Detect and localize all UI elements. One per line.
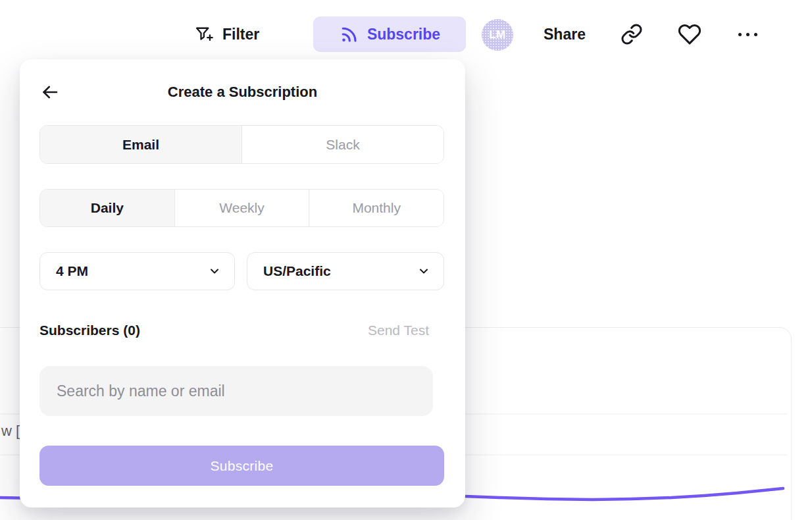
share-label: Share — [544, 26, 586, 43]
filter-label: Filter — [222, 26, 259, 43]
time-select-value: 4 PM — [56, 263, 88, 279]
tab-daily[interactable]: Daily — [40, 190, 174, 226]
subscribe-submit-button[interactable]: Subscribe — [39, 446, 444, 486]
toolbar: Filter Subscribe LM Share — [0, 0, 812, 68]
more-options-button[interactable] — [733, 17, 762, 51]
partial-row-text: w [ — [1, 423, 20, 440]
rss-icon — [339, 24, 359, 44]
avatar-initials: LM — [489, 28, 506, 41]
ellipsis-icon — [738, 33, 757, 36]
create-subscription-modal: Create a Subscription Email Slack Daily … — [20, 59, 465, 507]
subscribe-label: Subscribe — [367, 26, 440, 43]
channel-tabs: Email Slack — [39, 125, 444, 164]
frequency-tabs: Daily Weekly Monthly — [39, 189, 444, 227]
tab-weekly[interactable]: Weekly — [174, 190, 309, 226]
time-select[interactable]: 4 PM — [39, 252, 235, 290]
favorite-button[interactable] — [675, 17, 704, 51]
chevron-down-icon — [208, 265, 221, 278]
subscribers-heading: Subscribers (0) — [39, 323, 140, 338]
timezone-select[interactable]: US/Pacific — [247, 252, 444, 290]
tab-monthly[interactable]: Monthly — [309, 190, 444, 226]
subscribe-button[interactable]: Subscribe — [313, 16, 466, 52]
filter-plus-icon — [194, 24, 214, 44]
link-icon — [621, 23, 643, 45]
tab-slack[interactable]: Slack — [241, 126, 444, 163]
filter-button[interactable]: Filter — [194, 17, 259, 51]
subscriber-search-input[interactable] — [39, 366, 433, 416]
modal-title: Create a Subscription — [20, 84, 465, 101]
share-button[interactable]: Share — [544, 17, 586, 51]
send-test-button[interactable]: Send Test — [368, 323, 429, 338]
tab-email[interactable]: Email — [40, 126, 241, 163]
copy-link-button[interactable] — [617, 17, 646, 51]
timezone-select-value: US/Pacific — [263, 263, 331, 279]
avatar[interactable]: LM — [482, 19, 513, 51]
chevron-down-icon — [417, 265, 430, 278]
heart-icon — [678, 22, 701, 46]
